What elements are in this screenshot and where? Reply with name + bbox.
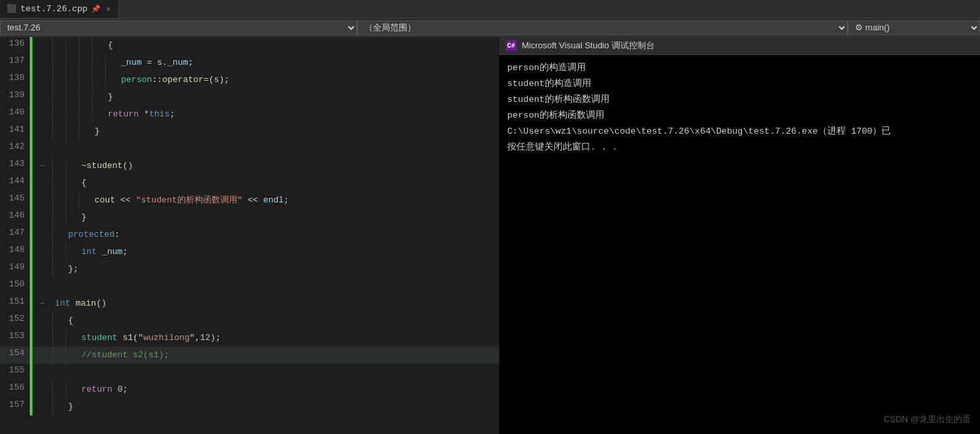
table-row: 148int _num; [0,243,499,261]
table-row: 145cout << "student的析构函数调用" << endl; [0,192,499,209]
table-row: 147protected: [0,226,499,243]
fn-token: cout [95,195,115,205]
scope-dropdown[interactable]: （全局范围） [357,21,848,35]
line-number: 147 [0,226,30,243]
var-token: _num [121,58,142,67]
line-number: 137 [0,54,30,71]
line-number: 153 [0,329,30,347]
tab-test726cpp[interactable]: ⬛ test.7.26.cpp 📌 ✕ [0,0,119,18]
indent-guide [65,157,79,175]
op-token: = s. [142,58,167,67]
op-token: * [139,109,149,119]
symbol-dropdown[interactable]: ⚙ main() [848,21,980,35]
collapse-gutter[interactable]: − [32,295,52,312]
table-row: 139} [0,89,499,106]
indent-guide [79,192,92,209]
punct-token: { [68,316,73,326]
line-number: 151 [0,295,30,312]
line-number: 138 [0,71,30,89]
code-content [52,278,499,295]
table-row: 136{ [0,37,499,54]
punct-token: () [96,298,106,308]
indent-guide [52,123,65,140]
file-dropdown[interactable]: test.7.26 [0,21,357,35]
punct-token: ); [210,333,221,343]
code-panel: 136{137_num = s._num;138person::operator… [0,37,499,434]
fn-token: operator= [162,75,208,85]
tab-close-button[interactable]: ✕ [104,4,112,14]
indent-guide [52,312,65,329]
punct-token: } [81,212,87,222]
indent-guide [52,329,65,347]
collapse-gutter [32,278,52,295]
table-row: 141} [0,123,499,140]
punct-token: : [114,230,120,239]
table-row: 140return *this; [0,106,499,123]
indent-guide [52,398,65,415]
indent-guide [65,243,79,261]
code-content: person::operator=(s); [118,71,499,89]
fn-token: main [75,298,96,308]
line-number: 157 [0,398,30,415]
line-number: 144 [0,175,30,192]
console-line: person的构造调用 [507,60,972,76]
punct-token: (s); [209,75,229,85]
line-number: 156 [0,381,30,398]
indent-guide [52,106,65,123]
var-token: endl [263,195,284,205]
line-number: 149 [0,261,30,278]
collapse-gutter [32,209,52,226]
indent-guide [65,89,79,106]
punct-token: ; [122,247,128,257]
str-token: "student的析构函数调用" [136,195,242,205]
indent-guide [65,209,79,226]
collapse-gutter [32,261,52,278]
punct-token: () [122,161,133,171]
code-content: ~student() [79,157,499,175]
indent-guide [65,329,79,347]
collapse-gutter [32,347,52,364]
collapse-gutter[interactable]: − [32,157,52,175]
collapse-gutter [32,226,52,243]
collapse-gutter [32,381,52,398]
op-token: ~ [81,161,87,171]
indent-guide [79,54,92,71]
code-content: int main() [52,295,499,312]
line-number: 148 [0,243,30,261]
indent-guide [52,175,65,192]
console-title: Microsoft Visual Studio 调试控制台 [522,40,655,52]
line-number: 139 [0,89,30,106]
code-content: } [65,398,499,415]
table-row: 144{ [0,175,499,192]
table-row: 137_num = s._num; [0,54,499,71]
code-content: { [79,175,499,192]
collapse-gutter [32,140,52,157]
indent-guide [65,347,79,364]
indent-guide [105,54,118,71]
indent-guide [65,192,79,209]
line-number: 154 [0,347,30,364]
console-line: 按任意键关闭此窗口. . . [507,140,972,155]
collapse-gutter [32,71,52,89]
console-line: student的构造调用 [507,76,972,92]
collapse-gutter [32,364,52,381]
punct-token: }; [68,264,79,274]
line-number: 142 [0,140,30,157]
indent-guide [52,54,65,71]
indent-guide [65,54,79,71]
collapse-gutter [32,175,52,192]
table-row: 143−~student() [0,157,499,175]
indent-guide [92,89,105,106]
indent-guide [52,209,65,226]
table-row: 146} [0,209,499,226]
code-content: } [92,123,499,140]
indent-guide [52,71,65,89]
punct-token: ; [284,195,289,205]
line-number: 141 [0,123,30,140]
str-token: wuzhilong [143,333,190,343]
table-row: 142 [0,140,499,157]
watermark: CSDN @龙里出生的蛋 [883,412,971,427]
op-token: << [243,195,263,205]
table-row: 138person::operator=(s); [0,71,499,89]
kw2-token: return [108,109,139,119]
